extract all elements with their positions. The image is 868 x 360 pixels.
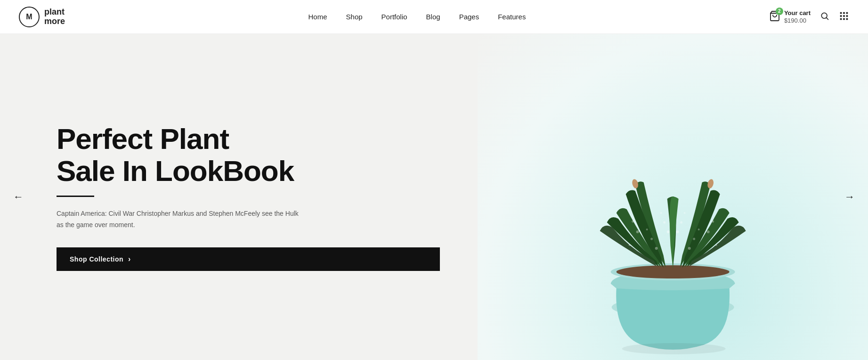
svg-point-29 [698,229,699,230]
svg-point-35 [622,343,725,354]
hero-content: Perfect Plant Sale In LookBook Captain A… [0,34,478,360]
svg-rect-9 [840,18,842,20]
hero-description: Captain America: Civil War Christopher M… [57,208,301,231]
logo-text: plant more [44,8,65,26]
svg-rect-11 [846,18,848,20]
search-icon [820,11,829,21]
svg-point-23 [628,244,630,246]
cart-button[interactable]: 2 Your cart $190.00 [769,9,811,24]
svg-point-22 [632,221,634,223]
nav-item-pages[interactable]: Pages [459,13,479,21]
hero-divider [57,196,94,197]
svg-rect-10 [843,18,845,20]
site-header: M plant more Home Shop Portfolio Blog Pa… [0,0,868,34]
svg-point-17 [660,212,662,214]
header-actions: 2 Your cart $190.00 [769,9,849,24]
main-nav: Home Shop Portfolio Blog Pages Features [308,13,526,21]
svg-point-16 [663,221,665,224]
logo-circle: M [19,7,40,27]
svg-point-27 [688,247,690,250]
svg-point-1 [821,13,827,18]
cart-icon-wrap: 2 [769,10,780,24]
shop-collection-button[interactable]: Shop Collection › [57,247,440,271]
svg-point-19 [650,238,653,240]
svg-line-2 [827,17,828,19]
prev-arrow-button[interactable]: ← [9,187,27,207]
hero-image [478,34,868,360]
svg-point-18 [655,247,657,250]
nav-item-portfolio[interactable]: Portfolio [381,13,407,21]
svg-point-24 [676,230,679,233]
nav-item-home[interactable]: Home [308,13,327,21]
plant-background [478,34,868,360]
grid-icon [839,11,849,21]
svg-point-30 [706,230,709,233]
cart-info: Your cart $190.00 [784,9,811,24]
svg-rect-8 [846,15,848,17]
plant-illustration [478,34,868,360]
svg-rect-4 [843,12,845,14]
hero-section: ← Perfect Plant Sale In LookBook Captain… [0,34,868,360]
svg-point-32 [715,244,717,246]
svg-rect-3 [840,12,842,14]
svg-point-28 [693,238,695,240]
nav-item-features[interactable]: Features [498,13,526,21]
svg-rect-7 [843,15,845,17]
hero-title: Perfect Plant Sale In LookBook [57,123,440,187]
svg-point-15 [666,230,669,233]
cart-badge: 2 [776,8,783,15]
svg-rect-6 [840,15,842,17]
svg-point-20 [646,229,648,230]
svg-point-21 [636,230,639,233]
next-arrow-button[interactable]: → [841,187,859,207]
logo[interactable]: M plant more [19,7,65,27]
svg-rect-5 [846,12,848,14]
svg-point-25 [680,221,682,224]
nav-item-blog[interactable]: Blog [426,13,440,21]
search-button[interactable] [820,11,829,23]
nav-item-shop[interactable]: Shop [346,13,363,21]
svg-point-26 [683,212,685,214]
cta-arrow-icon: › [128,255,131,263]
grid-menu-button[interactable] [839,11,849,23]
svg-point-31 [712,221,714,223]
